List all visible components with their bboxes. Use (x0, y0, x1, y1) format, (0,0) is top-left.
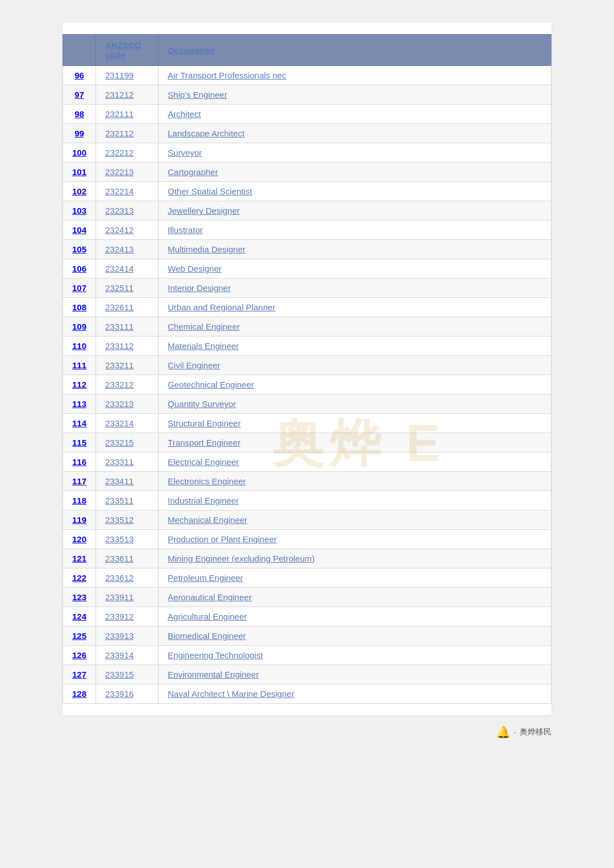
row-occupation-link[interactable]: Landscape Architect (168, 128, 244, 138)
row-code-link[interactable]: 233513 (105, 534, 134, 544)
row-occupation-link[interactable]: Ship's Engineer (168, 90, 227, 99)
row-code-link[interactable]: 233611 (105, 554, 134, 563)
row-occupation-link[interactable]: Engineering Technologist (168, 650, 263, 660)
row-code-link[interactable]: 233915 (105, 670, 134, 679)
row-num-link[interactable]: 103 (72, 206, 86, 215)
row-num-link[interactable]: 122 (72, 573, 86, 583)
row-occupation-link[interactable]: Air Transport Professionals nec (168, 70, 286, 80)
row-code-link[interactable]: 232213 (105, 167, 134, 177)
row-occupation-link[interactable]: Agricultural Engineer (168, 612, 247, 621)
row-occupation-link[interactable]: Mining Engineer (excluding Petroleum) (168, 554, 314, 563)
row-num-link[interactable]: 111 (72, 360, 86, 370)
row-code-link[interactable]: 233911 (105, 592, 134, 602)
row-occupation-link[interactable]: Industrial Engineer (168, 496, 239, 505)
row-code-link[interactable]: 233914 (105, 650, 134, 660)
row-num-link[interactable]: 127 (72, 670, 86, 679)
row-num-link[interactable]: 115 (72, 438, 86, 447)
row-num-link[interactable]: 120 (72, 534, 86, 544)
row-num-link[interactable]: 117 (72, 476, 86, 486)
row-occupation-link[interactable]: Illustrator (168, 225, 203, 235)
row-occupation-link[interactable]: Naval Architect \ Marine Designer (168, 689, 294, 699)
row-code-link[interactable]: 232112 (105, 128, 134, 138)
row-occupation-link[interactable]: Jewellery Designer (168, 206, 240, 215)
row-num-link[interactable]: 126 (72, 650, 86, 660)
row-num-link[interactable]: 96 (74, 70, 84, 80)
row-occupation-link[interactable]: Biomedical Engineer (168, 631, 246, 641)
row-code-link[interactable]: 232611 (105, 302, 134, 312)
row-occupation-link[interactable]: Chemical Engineer (168, 322, 240, 331)
row-num-link[interactable]: 114 (72, 418, 86, 428)
row-code-link[interactable]: 233111 (105, 322, 134, 331)
row-occupation-link[interactable]: Web Designer (168, 264, 222, 273)
row-num-link[interactable]: 110 (72, 341, 86, 351)
row-num-link[interactable]: 106 (72, 264, 86, 273)
row-num-link[interactable]: 124 (72, 612, 86, 621)
row-occupation-link[interactable]: Mechanical Engineer (168, 515, 247, 525)
row-num-link[interactable]: 98 (74, 109, 84, 119)
row-occupation-link[interactable]: Structural Engineer (168, 418, 240, 428)
row-code-link[interactable]: 231212 (105, 90, 134, 99)
row-code-link[interactable]: 233214 (105, 418, 134, 428)
row-num-link[interactable]: 107 (72, 283, 86, 293)
row-code-link[interactable]: 232214 (105, 186, 134, 196)
row-num-link[interactable]: 101 (72, 167, 86, 177)
row-num-link[interactable]: 100 (72, 148, 86, 157)
row-num-link[interactable]: 125 (72, 631, 86, 641)
row-code-link[interactable]: 233511 (105, 496, 134, 505)
row-num-link[interactable]: 113 (72, 399, 86, 409)
row-code-link[interactable]: 232412 (105, 225, 134, 235)
row-occupation-link[interactable]: Geotechnical Engineer (168, 380, 254, 389)
row-code-link[interactable]: 232111 (105, 109, 134, 119)
row-code-link[interactable]: 233112 (105, 341, 134, 351)
row-occupation-link[interactable]: Cartographer (168, 167, 218, 177)
occupation-link[interactable]: Occupation (168, 45, 215, 55)
row-occupation-link[interactable]: Environmental Engineer (168, 670, 259, 679)
row-code-link[interactable]: 232212 (105, 148, 134, 157)
row-occupation-link[interactable]: Petroleum Engineer (168, 573, 243, 583)
anzsco-code-link[interactable]: ANZSCO code (105, 40, 141, 60)
row-occupation-link[interactable]: Aeronautical Engineer (168, 592, 252, 602)
row-code-link[interactable]: 233311 (105, 457, 134, 467)
row-occupation-link[interactable]: Urban and Regional Planner (168, 302, 275, 312)
row-occupation-link[interactable]: Surveyor (168, 148, 202, 157)
row-code-link[interactable]: 233212 (105, 380, 134, 389)
row-num-link[interactable]: 123 (72, 592, 86, 602)
row-code-link[interactable]: 233215 (105, 438, 134, 447)
row-occupation-link[interactable]: Materials Engineer (168, 341, 239, 351)
row-num-link[interactable]: 109 (72, 322, 86, 331)
row-occupation-link[interactable]: Transport Engineer (168, 438, 240, 447)
row-code-link[interactable]: 233912 (105, 612, 134, 621)
row-occupation-link[interactable]: Multimedia Designer (168, 244, 246, 254)
row-num-link[interactable]: 118 (72, 496, 86, 505)
row-num-link[interactable]: 99 (74, 128, 84, 138)
row-occupation-link[interactable]: Electronics Engineer (168, 476, 246, 486)
row-occupation-link[interactable]: Electrical Engineer (168, 457, 239, 467)
row-code-link[interactable]: 231199 (105, 70, 134, 80)
row-code-link[interactable]: 233612 (105, 573, 134, 583)
row-code-link[interactable]: 233411 (105, 476, 134, 486)
row-num-link[interactable]: 102 (72, 186, 86, 196)
row-num-link[interactable]: 105 (72, 244, 86, 254)
row-num-link[interactable]: 119 (72, 515, 86, 525)
row-code-link[interactable]: 233916 (105, 689, 134, 699)
row-num-link[interactable]: 108 (72, 302, 86, 312)
row-code-link[interactable]: 233211 (105, 360, 134, 370)
row-code-link[interactable]: 233512 (105, 515, 134, 525)
row-code-link[interactable]: 232413 (105, 244, 134, 254)
row-num-link[interactable]: 121 (72, 554, 86, 563)
row-num-link[interactable]: 116 (72, 457, 86, 467)
row-num-link[interactable]: 112 (72, 380, 86, 389)
row-code-link[interactable]: 232414 (105, 264, 134, 273)
row-occupation-link[interactable]: Quantity Surveyor (168, 399, 236, 409)
row-code-link[interactable]: 233213 (105, 399, 134, 409)
row-num-link[interactable]: 97 (74, 90, 84, 99)
row-occupation-link[interactable]: Architect (168, 109, 201, 119)
row-code-link[interactable]: 232511 (105, 283, 134, 293)
row-occupation-link[interactable]: Other Spatial Scientist (168, 186, 252, 196)
row-num-link[interactable]: 128 (72, 689, 86, 699)
row-code-link[interactable]: 233913 (105, 631, 134, 641)
row-num-link[interactable]: 104 (72, 225, 86, 235)
row-occupation-link[interactable]: Civil Engineer (168, 360, 221, 370)
row-occupation-link[interactable]: Interior Designer (168, 283, 231, 293)
row-code-link[interactable]: 232313 (105, 206, 134, 215)
